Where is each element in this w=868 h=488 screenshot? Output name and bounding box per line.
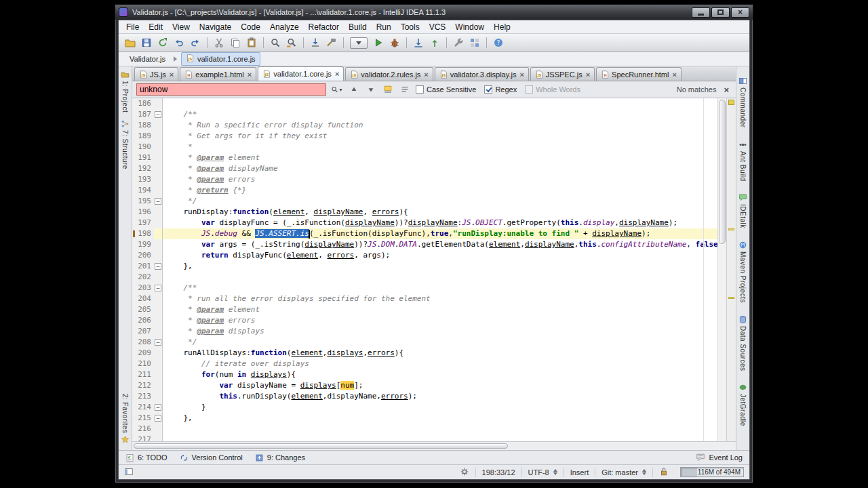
code-line-189[interactable]: 189 * Get args for it if they exist [132,131,717,142]
make-project-button[interactable] [324,36,339,50]
code-line-198[interactable]: 198 JS.debug && JS.ASSERT.is(_.isFunctio… [132,228,717,239]
cut-button[interactable] [212,36,226,50]
editor-tab-example1-html[interactable]: Hexample1.html× [180,67,256,81]
toolwindow-version-control[interactable]: Version Control [180,453,243,462]
fold-marker-icon[interactable]: − [155,339,161,346]
update-project-button[interactable] [411,36,426,50]
menu-navigate[interactable]: Navigate [195,21,236,33]
menu-tools[interactable]: Tools [396,21,425,33]
readonly-lock-icon[interactable] [652,468,675,477]
title-bar[interactable]: Validator.js - [C:\_projects\Validator.j… [115,5,753,20]
toolwindow-event-log[interactable]: Event Log [696,453,743,462]
insert-mode-indicator[interactable]: Insert [564,468,595,477]
warning-mark[interactable] [728,228,734,230]
code-line-214[interactable]: 214− } [132,402,717,413]
option-regex[interactable]: Regex [484,85,517,94]
code-editor[interactable]: 186187− /**188 * Run a specific error di… [132,98,736,441]
settings-button[interactable] [451,36,466,50]
checkbox[interactable] [416,85,424,94]
menu-analyze[interactable]: Analyze [265,21,304,33]
code-line-191[interactable]: 191 * @param element [132,152,717,163]
show-matches-icon[interactable] [399,83,411,96]
code-line-205[interactable]: 205 * @param element [132,304,717,315]
paste-button[interactable] [244,36,259,50]
code-line-196[interactable]: 196 runDisplay:function(element, display… [132,207,717,218]
save-all-button[interactable] [139,36,154,50]
code-line-215[interactable]: 215− }, [132,413,717,424]
open-folder-button[interactable] [123,36,138,50]
help-button[interactable]: ? [491,36,506,50]
minimize-button[interactable] [692,7,710,18]
background-tasks-icon[interactable] [454,468,475,477]
commit-changes-button[interactable] [427,36,442,50]
memory-indicator[interactable]: 116M of 494M [680,467,744,477]
code-line-193[interactable]: 193 * @param errors [132,174,717,185]
code-line-211[interactable]: 211 for(num in displays){ [132,369,717,380]
synchronize-button[interactable] [155,36,170,50]
maximize-button[interactable] [711,7,730,18]
tool-window-button-commander[interactable]: Commander [738,73,747,131]
redo-button[interactable] [188,36,203,50]
menu-window[interactable]: Window [450,21,489,33]
undo-button[interactable] [172,36,186,50]
debug-button[interactable] [387,36,402,50]
fold-marker-icon[interactable]: − [155,198,161,205]
code-line-192[interactable]: 192 * @param displayName [132,163,717,174]
editor-tab-jsspec-js[interactable]: JSJSSPEC.js× [530,67,595,81]
fold-marker-icon[interactable]: − [155,111,161,118]
code-line-208[interactable]: 208− */ [132,337,717,348]
error-stripe[interactable] [726,98,736,441]
editor-tab-validator-3-display-js[interactable]: JSvalidator.3.display.js× [435,67,529,81]
tab-close-icon[interactable]: × [170,71,174,78]
menu-edit[interactable]: Edit [144,21,167,33]
code-line-200[interactable]: 200 return displayFunc(element, errors, … [132,250,717,261]
inspection-status-indicator[interactable] [728,100,734,105]
run-configurations-combo[interactable] [350,37,368,49]
code-line-194[interactable]: 194 * @return {*} [132,185,717,196]
tab-close-icon[interactable]: × [424,71,428,78]
find-button[interactable] [268,36,283,50]
tab-close-icon[interactable]: × [335,70,339,77]
option-case-sensitive[interactable]: Case Sensitive [416,85,476,94]
tool-window-button-data-sources[interactable]: Data Sources [738,312,747,375]
code-line-197[interactable]: 197 var displayFunc = (_.isFunction(disp… [132,218,717,228]
toggle-stripes-button[interactable] [124,468,140,477]
vertical-scrollbar-thumb[interactable] [719,100,726,244]
code-line-186[interactable]: 186 [132,98,717,109]
editor-tab-js-js[interactable]: JSJS.js× [134,67,178,81]
toolwindow-6-todo[interactable]: 6: TODO [125,453,167,462]
tool-window-button-ant-build[interactable]: Ant Build [738,137,747,185]
highlight-matches-icon[interactable] [382,83,394,96]
menu-view[interactable]: View [167,21,195,33]
close-button[interactable]: × [731,7,749,18]
code-line-216[interactable]: 216 [132,424,717,434]
tab-close-icon[interactable]: × [586,71,590,78]
close-search-icon[interactable]: × [721,85,732,95]
tool-window-button-1-project[interactable]: 1: Project [121,66,130,116]
code-line-204[interactable]: 204 * run all the error displays specifi… [132,293,717,304]
tool-window-button-idetalk[interactable]: IDEtalk [738,190,747,232]
code-line-209[interactable]: 209 runAllDisplays:function(element,disp… [132,348,717,359]
fold-marker-icon[interactable]: − [155,415,161,422]
tab-close-icon[interactable]: × [672,71,676,78]
menu-vcs[interactable]: VCS [425,21,451,33]
code-line-195[interactable]: 195− */ [132,196,717,207]
code-line-203[interactable]: 203− /** [132,283,717,293]
tab-close-icon[interactable]: × [248,71,252,78]
code-line-206[interactable]: 206 * @param errors [132,315,717,326]
search-input[interactable] [136,83,326,96]
vertical-scrollbar[interactable] [717,98,726,441]
code-line-207[interactable]: 207 * @param displays [132,326,717,337]
menu-refactor[interactable]: Refactor [304,21,344,33]
menu-help[interactable]: Help [489,21,515,33]
run-button[interactable] [371,36,386,50]
editor-tab-validator-1-core-js[interactable]: JSvalidator.1.core.js× [258,66,344,81]
code-line-190[interactable]: 190 * [132,142,717,152]
toolwindow-9-changes[interactable]: 9: Changes [255,453,305,462]
warning-mark[interactable] [728,297,734,299]
code-line-210[interactable]: 210 // iterate over displays [132,359,717,369]
menu-file[interactable]: File [121,21,144,33]
copy-button[interactable] [228,36,243,50]
horizontal-scrollbar-thumb[interactable] [134,443,508,449]
fold-marker-icon[interactable]: − [155,404,161,411]
